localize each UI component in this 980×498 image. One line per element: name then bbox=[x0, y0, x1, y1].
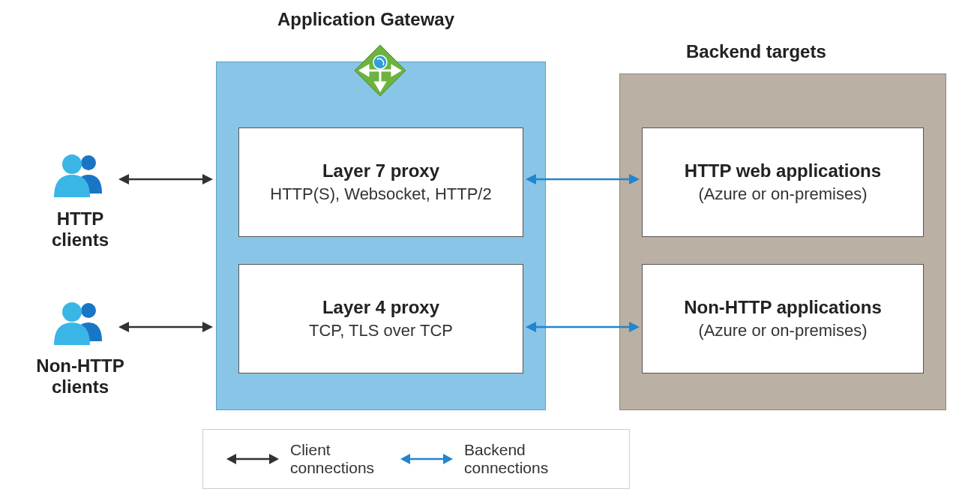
backend-arrow-http bbox=[524, 170, 641, 188]
svg-marker-26 bbox=[269, 454, 279, 464]
svg-marker-19 bbox=[526, 174, 536, 184]
legend-backend-label: Backendconnections bbox=[464, 441, 548, 477]
legend-backend-connections: Backendconnections bbox=[400, 441, 548, 477]
gateway-title: Application Gateway bbox=[277, 9, 454, 30]
svg-marker-16 bbox=[118, 322, 129, 332]
backend-http-sub: (Azure or on-premises) bbox=[649, 184, 917, 204]
svg-point-10 bbox=[81, 303, 96, 318]
svg-point-8 bbox=[81, 155, 96, 170]
double-arrow-blue-icon bbox=[400, 450, 454, 468]
nonhttp-clients-label: Non-HTTPclients bbox=[13, 356, 148, 398]
backend-arrow-nonhttp bbox=[524, 318, 641, 336]
svg-marker-20 bbox=[629, 174, 640, 184]
legend-client-connections: Clientconnections bbox=[226, 441, 374, 477]
layer7-proxy-sub: HTTP(S), Websocket, HTTP/2 bbox=[245, 184, 517, 204]
http-clients-label: HTTPclients bbox=[13, 208, 148, 250]
client-arrow-nonhttp bbox=[117, 318, 214, 336]
svg-marker-25 bbox=[226, 454, 236, 464]
svg-marker-28 bbox=[400, 454, 410, 464]
backend-nonhttp-title: Non-HTTP applications bbox=[649, 297, 917, 318]
svg-marker-22 bbox=[526, 322, 536, 332]
legend-client-label: Clientconnections bbox=[290, 441, 374, 477]
svg-point-11 bbox=[62, 302, 82, 322]
layer4-proxy-box: Layer 4 proxy TCP, TLS over TCP bbox=[238, 264, 523, 374]
double-arrow-black-icon bbox=[226, 450, 280, 468]
svg-marker-14 bbox=[202, 174, 213, 184]
backend-http-title: HTTP web applications bbox=[649, 160, 917, 182]
http-clients-icon bbox=[52, 152, 105, 197]
svg-point-9 bbox=[62, 154, 82, 174]
layer7-proxy-box: Layer 7 proxy HTTP(S), Websocket, HTTP/2 bbox=[238, 128, 523, 237]
svg-marker-13 bbox=[118, 174, 129, 184]
backend-title: Backend targets bbox=[686, 41, 826, 62]
svg-point-1 bbox=[373, 56, 387, 69]
legend: Clientconnections Backendconnections bbox=[202, 429, 630, 489]
layer4-proxy-sub: TCP, TLS over TCP bbox=[245, 321, 517, 340]
layer4-proxy-title: Layer 4 proxy bbox=[245, 297, 517, 318]
layer7-proxy-title: Layer 7 proxy bbox=[245, 160, 517, 182]
svg-marker-29 bbox=[443, 454, 453, 464]
nonhttp-clients-icon bbox=[52, 300, 105, 345]
backend-nonhttp-sub: (Azure or on-premises) bbox=[649, 321, 917, 340]
svg-marker-17 bbox=[202, 322, 213, 332]
gateway-icon bbox=[353, 44, 407, 98]
backend-http-box: HTTP web applications (Azure or on-premi… bbox=[642, 128, 924, 237]
svg-marker-23 bbox=[629, 322, 640, 332]
backend-nonhttp-box: Non-HTTP applications (Azure or on-premi… bbox=[642, 264, 924, 374]
client-arrow-http bbox=[117, 170, 214, 188]
